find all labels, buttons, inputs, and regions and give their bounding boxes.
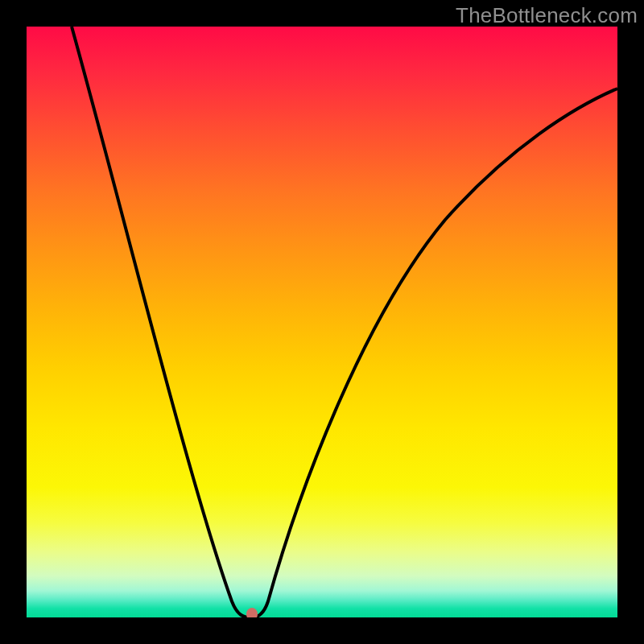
- plot-area: [27, 27, 617, 617]
- optimum-marker: [246, 608, 258, 617]
- bottleneck-curve: [72, 27, 617, 617]
- watermark-text: TheBottleneck.com: [456, 3, 638, 28]
- chart-frame: TheBottleneck.com: [0, 0, 644, 644]
- curve-layer: [27, 27, 617, 617]
